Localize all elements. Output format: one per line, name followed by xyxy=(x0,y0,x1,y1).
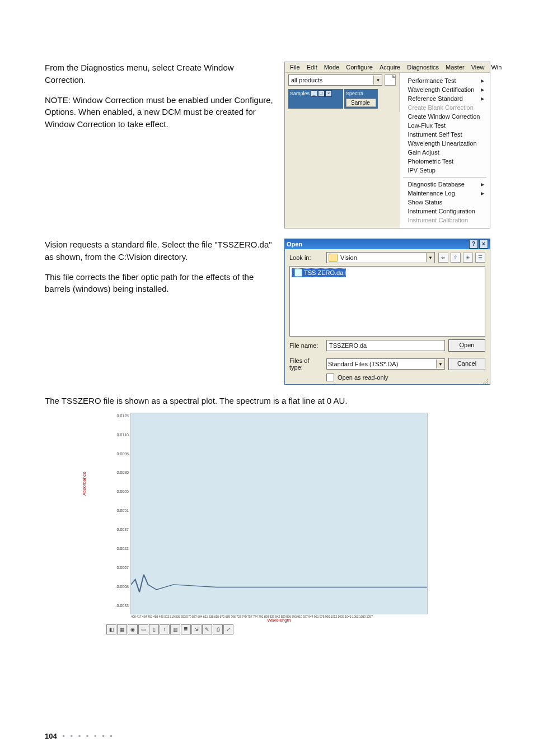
para-3: Vision requests a standard file. Select … xyxy=(45,239,274,263)
tool-icon[interactable]: ⇲ xyxy=(191,624,202,634)
menu-item[interactable]: Instrument Self Test xyxy=(400,130,490,139)
y-tick: 0.0007 xyxy=(117,566,129,570)
readonly-checkbox[interactable] xyxy=(326,374,334,381)
tool-icon[interactable]: ⤢ xyxy=(223,624,233,634)
para-5: The TSSZERO file is shown as a spectral … xyxy=(45,395,489,407)
menu-diagnostics[interactable]: Diagnostics xyxy=(404,63,442,71)
new-folder-icon[interactable]: ✳ xyxy=(463,253,473,263)
menu-edit[interactable]: Edit xyxy=(303,63,321,71)
y-axis-label: Absorbance xyxy=(82,472,87,496)
menu-item: Instrument Calibration xyxy=(400,216,490,225)
lookin-label: Look in: xyxy=(289,254,323,261)
para-1: From the Diagnostics menu, select Create… xyxy=(45,62,274,86)
menu-item[interactable]: Maintenance Log xyxy=(400,189,490,198)
tool-icon[interactable]: ✎ xyxy=(202,624,212,634)
sample-tab[interactable]: Sample xyxy=(346,99,376,107)
tool-icon[interactable]: ▯ xyxy=(149,624,159,634)
y-tick: 0.0125 xyxy=(117,414,129,418)
minimize-icon[interactable]: _ xyxy=(311,90,317,97)
product-combo[interactable]: all products ▼ xyxy=(288,74,382,86)
para-4: This file corrects the fiber optic path … xyxy=(45,271,274,296)
y-tick: 0.0051 xyxy=(117,508,129,512)
menu-item: Create Blank Correction xyxy=(400,103,490,112)
new-document-icon[interactable] xyxy=(385,74,396,86)
up-icon[interactable]: ⇧ xyxy=(451,253,461,263)
y-tick: 0.0022 xyxy=(117,547,129,550)
menu-item[interactable]: Diagnostic Database xyxy=(400,180,490,189)
footer-dots-icon: • • • • • • • xyxy=(62,732,114,740)
menu-item[interactable]: IPV Setup xyxy=(400,166,490,175)
spectral-plot: Absorbance 0.01250.01100.00950.00800.006… xyxy=(106,413,428,634)
file-list[interactable]: TSS ZERO.da xyxy=(289,266,485,337)
file-item-selected[interactable]: TSS ZERO.da xyxy=(292,268,346,277)
lookin-combo[interactable]: Vision ▼ xyxy=(326,252,435,263)
tool-icon[interactable]: ↕ xyxy=(160,624,170,634)
menu-view[interactable]: View xyxy=(468,63,488,71)
close-icon[interactable]: × xyxy=(479,240,488,249)
menu-item[interactable]: Performance Test xyxy=(400,76,490,85)
back-icon[interactable]: ⇐ xyxy=(438,253,448,263)
view-menu-icon[interactable]: ☰ xyxy=(475,253,485,263)
help-icon[interactable]: ? xyxy=(469,240,478,249)
menu-configure[interactable]: Configure xyxy=(343,63,376,71)
mdi-samples-window: Samples _ □ × xyxy=(288,89,343,109)
filename-label: File name: xyxy=(289,342,323,349)
tool-icon[interactable]: ⎙ xyxy=(213,624,223,634)
menu-file[interactable]: File xyxy=(287,63,303,71)
menu-acquire[interactable]: Acquire xyxy=(376,63,404,71)
x-axis-label: Wavelength xyxy=(131,618,427,623)
chevron-down-icon[interactable]: ▼ xyxy=(373,76,382,85)
y-tick: 0.0110 xyxy=(117,433,129,437)
open-button[interactable]: Open xyxy=(448,339,485,352)
y-tick: 0.0080 xyxy=(117,470,129,474)
tool-icon[interactable]: ≣ xyxy=(181,624,191,634)
file-item-label: TSS ZERO.da xyxy=(304,269,343,276)
menu-mode[interactable]: Mode xyxy=(321,63,343,71)
menu-item[interactable]: Show Status xyxy=(400,198,490,207)
menu-item[interactable]: Low-Flux Test xyxy=(400,121,490,130)
para-2: NOTE: Window Correction must be enabled … xyxy=(45,94,274,130)
tool-icon[interactable]: ▦ xyxy=(117,624,127,634)
menu-item[interactable]: Gain Adjust xyxy=(400,148,490,157)
app-window-screenshot: FileEditModeConfigureAcquireDiagnosticsM… xyxy=(284,62,490,228)
spectrum-line xyxy=(131,575,427,592)
tool-icon[interactable]: ▥ xyxy=(170,624,180,634)
page-number: 104 xyxy=(45,732,57,740)
file-icon xyxy=(294,269,302,277)
filename-input[interactable]: TSSZERO.da xyxy=(326,340,445,351)
tool-icon[interactable]: ◉ xyxy=(128,624,138,634)
y-tick: -0.0033 xyxy=(115,604,129,608)
plot-toolbar: ◧ ▦ ◉ ▭ ▯ ↕ ▥ ≣ ⇲ ✎ ⎙ ⤢ xyxy=(106,624,428,634)
filetype-value: Standard Files (TSS*.DA) xyxy=(327,361,436,367)
dialog-title: Open xyxy=(287,241,302,248)
tool-icon[interactable]: ▭ xyxy=(138,624,148,634)
chevron-down-icon[interactable]: ▼ xyxy=(426,253,434,262)
mdi-spectra-title: Spectra xyxy=(346,91,363,96)
menu-item[interactable]: Reference Standard xyxy=(400,94,490,103)
diagnostics-menu: Performance TestWavelength Certification… xyxy=(400,73,490,228)
y-tick: 0.0037 xyxy=(117,528,129,531)
menu-item[interactable]: Wavelength Linearization xyxy=(400,139,490,148)
product-combo-value: all products xyxy=(289,77,373,83)
cancel-button[interactable]: Cancel xyxy=(448,358,485,370)
maximize-icon[interactable]: □ xyxy=(318,90,325,97)
open-dialog: Open ? × Look in: Vision ▼ ⇐ ⇧ xyxy=(284,239,490,385)
menu-master[interactable]: Master xyxy=(442,63,468,71)
menu-item[interactable]: Wavelength Certification xyxy=(400,85,490,94)
resize-grip-icon[interactable] xyxy=(481,377,488,384)
filetype-label: Files of type: xyxy=(289,357,323,371)
menu-win[interactable]: Win xyxy=(488,63,505,71)
y-tick: 0.0065 xyxy=(117,489,129,493)
menu-item[interactable]: Photometric Test xyxy=(400,157,490,166)
tool-icon[interactable]: ◧ xyxy=(106,624,116,634)
chevron-down-icon[interactable]: ▼ xyxy=(436,360,444,368)
menu-item[interactable]: Instrument Configuration xyxy=(400,207,490,216)
menu-item[interactable]: Create Window Correction xyxy=(400,112,490,121)
close-icon[interactable]: × xyxy=(325,90,332,97)
readonly-label: Open as read-only xyxy=(338,374,485,381)
filetype-combo[interactable]: Standard Files (TSS*.DA) ▼ xyxy=(326,358,445,370)
folder-icon xyxy=(329,254,338,262)
lookin-value: Vision xyxy=(339,254,426,261)
mdi-spectra-window: Spectra Sample xyxy=(344,89,378,109)
y-tick: 0.0095 xyxy=(117,452,129,456)
